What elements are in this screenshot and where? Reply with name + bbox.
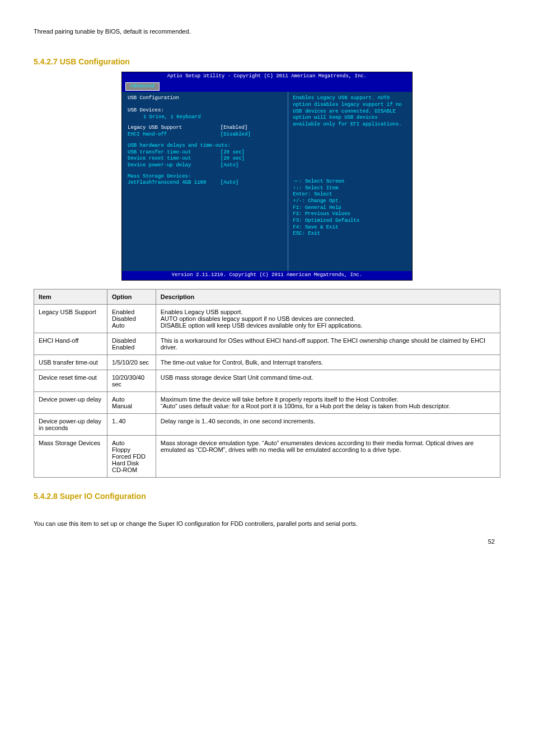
table-row: EHCI Hand-offDisabled EnabledThis is a w… — [34, 333, 500, 355]
table-row: Legacy USB SupportEnabled Disabled AutoE… — [34, 305, 500, 333]
bios-usb-devices-value: 1 Drive, 1 Keyboard — [128, 114, 282, 121]
bios-row-label: Legacy USB Support — [128, 125, 221, 132]
table-header-row: Item Option Description — [34, 290, 500, 305]
bios-row-label: USB transfer time-out — [128, 150, 221, 156]
table-cell-desc: Maximum time the device will take before… — [156, 392, 500, 414]
bios-row-value: [20 sec] — [221, 156, 283, 162]
bottom-note: You can use this item to set up or chang… — [34, 520, 500, 527]
bios-row-legacy-usb[interactable]: Legacy USB Support [Enabled] — [128, 125, 282, 132]
page-number: 52 — [34, 538, 500, 545]
table-cell-item: EHCI Hand-off — [34, 333, 107, 355]
bios-key-hint: →←: Select Screen — [293, 179, 407, 185]
table-header-item: Item — [34, 290, 107, 305]
bios-row-value: [Disabled] — [221, 132, 283, 138]
bios-tab-bar: Advanced — [122, 81, 412, 92]
bios-row-value: [20 sec] — [221, 150, 283, 156]
bios-mass-header: Mass Storage Devices: — [128, 174, 282, 180]
bios-key-hint: +/-: Change Opt. — [293, 198, 407, 205]
bios-key-hint: F4: Save & Exit — [293, 225, 407, 231]
bios-footer: Version 2.11.1210. Copyright (C) 2011 Am… — [122, 271, 412, 280]
bios-row-label: JetFlashTranscend 4GB 1100 — [128, 180, 221, 186]
bios-usb-devices-label: USB Devices: — [128, 108, 282, 114]
bios-key-hint: ↑↓: Select Item — [293, 185, 407, 192]
bios-left-pane: USB Configuration USB Devices: 1 Drive, … — [122, 92, 288, 271]
table-row: Mass Storage DevicesAuto Floppy Forced F… — [34, 436, 500, 478]
table-cell-option: Enabled Disabled Auto — [107, 305, 156, 333]
bios-row-reset-timeout[interactable]: Device reset time-out [20 sec] — [128, 156, 282, 162]
bios-row-transfer-timeout[interactable]: USB transfer time-out [20 sec] — [128, 150, 282, 156]
heading-usb-config: 5.4.2.7 USB Configuration — [34, 57, 500, 66]
bios-key-hint: F3: Optimized Defaults — [293, 218, 407, 225]
table-cell-item: Mass Storage Devices — [34, 436, 107, 478]
table-cell-item: Device power-up delay — [34, 392, 107, 414]
bios-key-hint: F2: Previous Values — [293, 211, 407, 218]
bios-key-hint: Enter: Select — [293, 192, 407, 198]
bios-help-text: Enables Legacy USB support. AUTO option … — [293, 95, 407, 128]
table-cell-desc: This is a workaround for OSes without EH… — [156, 333, 500, 355]
bios-section-title: USB Configuration — [128, 95, 282, 102]
bios-key-hint: F1: General Help — [293, 205, 407, 212]
settings-table: Item Option Description Legacy USB Suppo… — [34, 289, 500, 478]
table-cell-item: Device reset time-out — [34, 370, 107, 392]
bios-right-pane: Enables Legacy USB support. AUTO option … — [288, 92, 412, 271]
table-cell-option: Disabled Enabled — [107, 333, 156, 355]
heading-superio-config: 5.4.2.8 Super IO Configuration — [34, 492, 500, 501]
bios-row-label: Device reset time-out — [128, 156, 221, 162]
table-header-description: Description — [156, 290, 500, 305]
table-cell-item: USB transfer time-out — [34, 355, 107, 370]
table-cell-option: 1..40 — [107, 414, 156, 436]
bios-tab-advanced[interactable]: Advanced — [125, 82, 160, 91]
table-cell-option: 1/5/10/20 sec — [107, 355, 156, 370]
table-row: Device reset time-out10/20/30/40 secUSB … — [34, 370, 500, 392]
bios-title-bar: Aptio Setup Utility - Copyright (C) 2011… — [122, 72, 412, 81]
bios-row-mass-device[interactable]: JetFlashTranscend 4GB 1100 [Auto] — [128, 180, 282, 186]
table-row: Device power-up delayAuto ManualMaximum … — [34, 392, 500, 414]
table-cell-option: Auto Floppy Forced FDD Hard Disk CD-ROM — [107, 436, 156, 478]
table-cell-item: Legacy USB Support — [34, 305, 107, 333]
table-cell-desc: The time-out value for Control, Bulk, an… — [156, 355, 500, 370]
bios-row-ehci-handoff[interactable]: EHCI Hand-off [Disabled] — [128, 132, 282, 138]
table-cell-item: Device power-up delay in seconds — [34, 414, 107, 436]
bios-screenshot: Aptio Setup Utility - Copyright (C) 2011… — [121, 72, 413, 281]
table-row: USB transfer time-out1/5/10/20 secThe ti… — [34, 355, 500, 370]
bios-hw-header: USB hardware delays and time-outs: — [128, 143, 282, 150]
bios-row-value: [Auto] — [221, 180, 283, 186]
bios-row-value: [Auto] — [221, 162, 283, 169]
top-note: Thread pairing tunable by BIOS, default … — [34, 28, 500, 35]
bios-row-label: Device power-up delay — [128, 162, 221, 169]
table-cell-option: 10/20/30/40 sec — [107, 370, 156, 392]
bios-row-label: EHCI Hand-off — [128, 132, 221, 138]
table-cell-desc: USB mass storage device Start Unit comma… — [156, 370, 500, 392]
bios-row-value: [Enabled] — [221, 125, 283, 132]
bios-key-hint: ESC: Exit — [293, 231, 407, 237]
bios-row-powerup-delay[interactable]: Device power-up delay [Auto] — [128, 162, 282, 169]
table-cell-option: Auto Manual — [107, 392, 156, 414]
table-cell-desc: Mass storage device emulation type. “Aut… — [156, 436, 500, 478]
table-header-option: Option — [107, 290, 156, 305]
table-row: Device power-up delay in seconds1..40Del… — [34, 414, 500, 436]
table-cell-desc: Delay range is 1..40 seconds, in one sec… — [156, 414, 500, 436]
table-cell-desc: Enables Legacy USB support. AUTO option … — [156, 305, 500, 333]
